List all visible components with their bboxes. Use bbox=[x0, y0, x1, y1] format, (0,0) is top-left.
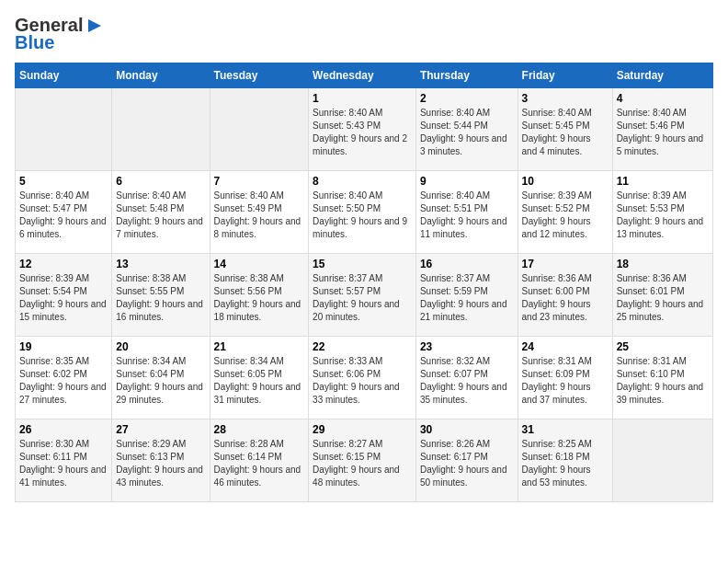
day-info: Sunrise: 8:40 AMSunset: 5:45 PMDaylight:… bbox=[522, 107, 609, 158]
day-number: 7 bbox=[214, 175, 305, 188]
calendar-cell: 5Sunrise: 8:40 AMSunset: 5:47 PMDaylight… bbox=[16, 171, 112, 254]
day-info: Sunrise: 8:40 AMSunset: 5:43 PMDaylight:… bbox=[313, 107, 412, 158]
day-number: 15 bbox=[313, 258, 412, 270]
calendar-cell: 18Sunrise: 8:36 AMSunset: 6:01 PMDayligh… bbox=[612, 254, 712, 337]
calendar-cell bbox=[16, 88, 112, 171]
day-number: 4 bbox=[617, 92, 709, 105]
day-number: 18 bbox=[617, 258, 709, 270]
calendar-week-row: 12Sunrise: 8:39 AMSunset: 5:54 PMDayligh… bbox=[16, 254, 713, 337]
day-number: 17 bbox=[522, 258, 609, 270]
day-info: Sunrise: 8:40 AMSunset: 5:46 PMDaylight:… bbox=[617, 107, 709, 158]
svg-marker-0 bbox=[88, 19, 101, 32]
day-number: 9 bbox=[420, 175, 514, 188]
day-info: Sunrise: 8:38 AMSunset: 5:55 PMDaylight:… bbox=[116, 272, 205, 324]
calendar-cell: 2Sunrise: 8:40 AMSunset: 5:44 PMDaylight… bbox=[415, 88, 518, 171]
day-number: 1 bbox=[313, 92, 412, 105]
day-number: 13 bbox=[116, 258, 205, 270]
day-info: Sunrise: 8:40 AMSunset: 5:51 PMDaylight:… bbox=[420, 190, 514, 241]
day-number: 2 bbox=[420, 92, 514, 105]
day-info: Sunrise: 8:40 AMSunset: 5:47 PMDaylight:… bbox=[19, 190, 108, 241]
calendar-cell: 6Sunrise: 8:40 AMSunset: 5:48 PMDaylight… bbox=[112, 171, 210, 254]
calendar-cell: 29Sunrise: 8:27 AMSunset: 6:15 PMDayligh… bbox=[309, 419, 416, 502]
calendar-cell: 4Sunrise: 8:40 AMSunset: 5:46 PMDaylight… bbox=[612, 88, 712, 171]
day-info: Sunrise: 8:29 AMSunset: 6:13 PMDaylight:… bbox=[116, 438, 205, 489]
weekday-header-friday: Friday bbox=[518, 63, 612, 88]
calendar-cell: 19Sunrise: 8:35 AMSunset: 6:02 PMDayligh… bbox=[16, 337, 112, 419]
calendar-cell: 30Sunrise: 8:26 AMSunset: 6:17 PMDayligh… bbox=[415, 419, 518, 502]
calendar-cell: 25Sunrise: 8:31 AMSunset: 6:10 PMDayligh… bbox=[612, 337, 712, 419]
day-number: 31 bbox=[522, 423, 609, 436]
day-number: 20 bbox=[116, 340, 205, 353]
calendar-cell: 12Sunrise: 8:39 AMSunset: 5:54 PMDayligh… bbox=[16, 254, 112, 337]
day-info: Sunrise: 8:40 AMSunset: 5:49 PMDaylight:… bbox=[214, 190, 305, 241]
calendar-cell: 21Sunrise: 8:34 AMSunset: 6:05 PMDayligh… bbox=[210, 337, 309, 419]
calendar-cell: 23Sunrise: 8:32 AMSunset: 6:07 PMDayligh… bbox=[415, 337, 518, 419]
calendar-cell: 11Sunrise: 8:39 AMSunset: 5:53 PMDayligh… bbox=[612, 171, 712, 254]
day-info: Sunrise: 8:27 AMSunset: 6:15 PMDaylight:… bbox=[313, 438, 412, 489]
calendar-week-row: 5Sunrise: 8:40 AMSunset: 5:47 PMDaylight… bbox=[16, 171, 713, 254]
calendar-cell: 9Sunrise: 8:40 AMSunset: 5:51 PMDaylight… bbox=[415, 171, 518, 254]
day-info: Sunrise: 8:39 AMSunset: 5:54 PMDaylight:… bbox=[19, 272, 108, 324]
calendar-cell: 26Sunrise: 8:30 AMSunset: 6:11 PMDayligh… bbox=[16, 419, 112, 502]
day-number: 6 bbox=[116, 175, 205, 188]
calendar-cell: 13Sunrise: 8:38 AMSunset: 5:55 PMDayligh… bbox=[112, 254, 210, 337]
calendar-cell: 1Sunrise: 8:40 AMSunset: 5:43 PMDaylight… bbox=[309, 88, 416, 171]
calendar-cell: 7Sunrise: 8:40 AMSunset: 5:49 PMDaylight… bbox=[210, 171, 309, 254]
day-info: Sunrise: 8:39 AMSunset: 5:52 PMDaylight:… bbox=[522, 190, 609, 241]
day-number: 5 bbox=[19, 175, 108, 188]
calendar-cell: 22Sunrise: 8:33 AMSunset: 6:06 PMDayligh… bbox=[309, 337, 416, 419]
weekday-header-row: SundayMondayTuesdayWednesdayThursdayFrid… bbox=[16, 63, 713, 88]
day-info: Sunrise: 8:36 AMSunset: 6:00 PMDaylight:… bbox=[522, 272, 609, 324]
calendar-cell: 24Sunrise: 8:31 AMSunset: 6:09 PMDayligh… bbox=[518, 337, 612, 419]
day-info: Sunrise: 8:40 AMSunset: 5:44 PMDaylight:… bbox=[420, 107, 514, 158]
day-info: Sunrise: 8:36 AMSunset: 6:01 PMDaylight:… bbox=[617, 272, 709, 324]
calendar-cell: 3Sunrise: 8:40 AMSunset: 5:45 PMDaylight… bbox=[518, 88, 612, 171]
day-number: 19 bbox=[19, 340, 108, 353]
calendar-week-row: 26Sunrise: 8:30 AMSunset: 6:11 PMDayligh… bbox=[16, 419, 713, 502]
day-number: 10 bbox=[522, 175, 609, 188]
calendar-cell: 17Sunrise: 8:36 AMSunset: 6:00 PMDayligh… bbox=[518, 254, 612, 337]
day-info: Sunrise: 8:31 AMSunset: 6:09 PMDaylight:… bbox=[522, 355, 609, 407]
calendar-week-row: 1Sunrise: 8:40 AMSunset: 5:43 PMDaylight… bbox=[16, 88, 713, 171]
day-info: Sunrise: 8:40 AMSunset: 5:48 PMDaylight:… bbox=[116, 190, 205, 241]
day-number: 29 bbox=[313, 423, 412, 436]
day-number: 8 bbox=[313, 175, 412, 188]
calendar-cell bbox=[210, 88, 309, 171]
logo: General Blue bbox=[15, 15, 105, 53]
day-info: Sunrise: 8:34 AMSunset: 6:05 PMDaylight:… bbox=[214, 355, 305, 407]
day-number: 11 bbox=[617, 175, 709, 188]
logo-arrow-icon bbox=[85, 17, 105, 34]
day-number: 21 bbox=[214, 340, 305, 353]
day-info: Sunrise: 8:38 AMSunset: 5:56 PMDaylight:… bbox=[214, 272, 305, 324]
day-number: 14 bbox=[214, 258, 305, 270]
day-number: 28 bbox=[214, 423, 305, 436]
weekday-header-thursday: Thursday bbox=[415, 63, 518, 88]
day-number: 16 bbox=[420, 258, 514, 270]
day-number: 30 bbox=[420, 423, 514, 436]
day-number: 12 bbox=[19, 258, 108, 270]
weekday-header-monday: Monday bbox=[112, 63, 210, 88]
day-number: 25 bbox=[617, 340, 709, 353]
day-number: 22 bbox=[313, 340, 412, 353]
logo-blue: Blue bbox=[15, 32, 54, 53]
day-info: Sunrise: 8:32 AMSunset: 6:07 PMDaylight:… bbox=[420, 355, 514, 407]
day-info: Sunrise: 8:28 AMSunset: 6:14 PMDaylight:… bbox=[214, 438, 305, 489]
calendar-cell: 15Sunrise: 8:37 AMSunset: 5:57 PMDayligh… bbox=[309, 254, 416, 337]
calendar-cell bbox=[612, 419, 712, 502]
day-number: 24 bbox=[522, 340, 609, 353]
calendar-cell: 20Sunrise: 8:34 AMSunset: 6:04 PMDayligh… bbox=[112, 337, 210, 419]
day-info: Sunrise: 8:37 AMSunset: 5:57 PMDaylight:… bbox=[313, 272, 412, 324]
calendar-week-row: 19Sunrise: 8:35 AMSunset: 6:02 PMDayligh… bbox=[16, 337, 713, 419]
calendar-cell: 8Sunrise: 8:40 AMSunset: 5:50 PMDaylight… bbox=[309, 171, 416, 254]
day-info: Sunrise: 8:30 AMSunset: 6:11 PMDaylight:… bbox=[19, 438, 108, 489]
weekday-header-sunday: Sunday bbox=[16, 63, 112, 88]
calendar-cell: 28Sunrise: 8:28 AMSunset: 6:14 PMDayligh… bbox=[210, 419, 309, 502]
calendar-cell: 16Sunrise: 8:37 AMSunset: 5:59 PMDayligh… bbox=[415, 254, 518, 337]
calendar-cell: 31Sunrise: 8:25 AMSunset: 6:18 PMDayligh… bbox=[518, 419, 612, 502]
day-number: 27 bbox=[116, 423, 205, 436]
day-info: Sunrise: 8:35 AMSunset: 6:02 PMDaylight:… bbox=[19, 355, 108, 407]
day-info: Sunrise: 8:31 AMSunset: 6:10 PMDaylight:… bbox=[617, 355, 709, 407]
day-info: Sunrise: 8:40 AMSunset: 5:50 PMDaylight:… bbox=[313, 190, 412, 241]
day-info: Sunrise: 8:26 AMSunset: 6:17 PMDaylight:… bbox=[420, 438, 514, 489]
weekday-header-saturday: Saturday bbox=[612, 63, 712, 88]
